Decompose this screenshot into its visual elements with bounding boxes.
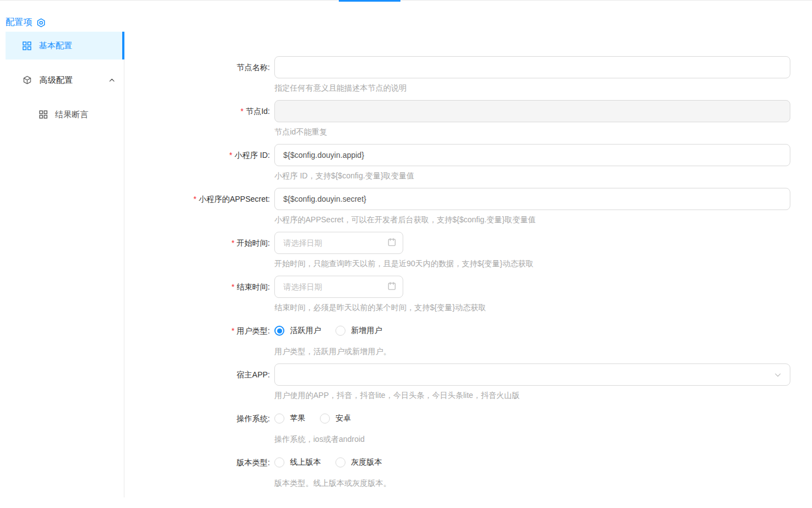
radio-active-user[interactable]: 活跃用户 — [274, 326, 321, 336]
radio-unchecked-icon — [320, 414, 330, 424]
required-asterisk: * — [193, 195, 196, 203]
form-row-version-type: 版本类型: 线上版本 灰度版本 版本类型。线上版本或灰度版本。 — [124, 451, 812, 489]
sidebar-item-result-assert[interactable]: 结果断言 — [6, 101, 124, 128]
radio-online-version[interactable]: 线上版本 — [274, 457, 321, 467]
form-row-end-time: *结束时间: 结束时间，必须是昨天以前的某个时间，支持${变量}动态获取 — [124, 276, 812, 313]
gear-icon — [36, 18, 46, 28]
version-type-radio-group: 线上版本 灰度版本 — [274, 451, 812, 474]
form-row-miniapp-id: *小程序 ID: 小程序 ID，支持${$config.变量}取变量值 — [124, 144, 812, 181]
chevron-down-icon — [774, 371, 782, 381]
field-label: 开始时间: — [237, 238, 270, 247]
form-row-start-time: *开始时间: 开始时间，只能查询昨天以前，且是近90天内的数据，支持${变量}动… — [124, 232, 812, 269]
radio-label: 安卓 — [335, 414, 351, 424]
sidebar-menu: 基本配置 高级配置 结果断言 — [6, 32, 124, 135]
appsecret-input[interactable] — [274, 188, 790, 210]
start-date-picker[interactable] — [274, 232, 403, 254]
basic-config-form: 节点名称: 指定任何有意义且能描述本节点的说明 *节点Id: 节点id不能重复 … — [124, 56, 812, 495]
sidebar-title: 配置项 — [6, 17, 46, 28]
radio-label: 活跃用户 — [290, 326, 321, 336]
form-row-host-app: 宿主APP: 用户使用的APP，抖音，抖音lite，今日头条，今日头条lite，… — [124, 363, 812, 401]
host-app-select[interactable] — [274, 363, 790, 386]
field-hint: 节点id不能重复 — [274, 126, 812, 137]
miniapp-id-input[interactable] — [274, 144, 790, 166]
form-row-node-name: 节点名称: 指定任何有意义且能描述本节点的说明 — [124, 56, 812, 93]
field-label: 操作系统: — [237, 414, 270, 423]
radio-unchecked-icon — [335, 326, 345, 336]
field-hint: 版本类型。线上版本或灰度版本。 — [274, 477, 812, 489]
appstore-icon — [39, 110, 48, 119]
appstore-icon — [22, 41, 32, 51]
field-hint: 指定任何有意义且能描述本节点的说明 — [274, 82, 812, 93]
field-label: 结束时间: — [237, 282, 270, 291]
end-date-picker[interactable] — [274, 276, 403, 298]
radio-unchecked-icon — [335, 457, 345, 467]
radio-label: 灰度版本 — [351, 457, 382, 467]
field-hint: 小程序的APPSecret，可以在开发者后台获取，支持${$config.变量}… — [274, 214, 812, 225]
form-row-node-id: *节点Id: 节点id不能重复 — [124, 100, 812, 137]
required-asterisk: * — [240, 107, 243, 116]
user-type-radio-group: 活跃用户 新增用户 — [274, 320, 812, 342]
field-hint: 结束时间，必须是昨天以前的某个时间，支持${变量}动态获取 — [274, 302, 812, 313]
radio-unchecked-icon — [274, 414, 284, 424]
sidebar-item-label: 基本配置 — [39, 41, 72, 51]
radio-label: 新增用户 — [351, 326, 382, 336]
field-hint: 开始时间，只能查询昨天以前，且是近90天内的数据，支持${变量}动态获取 — [274, 258, 812, 269]
field-hint: 用户使用的APP，抖音，抖音lite，今日头条，今日头条lite，抖音火山版 — [274, 390, 812, 401]
cube-icon — [22, 75, 32, 85]
radio-checked-icon — [274, 326, 284, 336]
radio-gray-version[interactable]: 灰度版本 — [335, 457, 382, 467]
os-radio-group: 苹果 安卓 — [274, 407, 812, 430]
field-hint: 用户类型，活跃用户或新增用户。 — [274, 346, 812, 357]
config-sidebar: 配置项 基本配置 高级配置 — [0, 0, 124, 508]
radio-label: 苹果 — [290, 414, 305, 424]
field-label: 节点名称: — [237, 63, 270, 72]
required-asterisk: * — [232, 282, 234, 291]
sidebar-item-label: 高级配置 — [39, 75, 73, 86]
node-id-input — [274, 100, 790, 122]
field-hint: 小程序 ID，支持${$config.变量}取变量值 — [274, 170, 812, 181]
calendar-icon — [387, 237, 397, 249]
form-row-user-type: *用户类型: 活跃用户 新增用户 用户类型，活跃用户或新增用户。 — [124, 320, 812, 357]
field-label: 宿主APP: — [237, 370, 270, 379]
form-row-os: 操作系统: 苹果 安卓 操作系统，ios或者android — [124, 407, 812, 445]
start-date-input[interactable] — [274, 232, 403, 254]
radio-ios[interactable]: 苹果 — [274, 414, 305, 424]
active-tab-underline — [339, 0, 400, 2]
sidebar-item-advanced-config[interactable]: 高级配置 — [6, 66, 124, 94]
calendar-icon — [387, 281, 397, 293]
sidebar-title-label: 配置项 — [6, 17, 32, 28]
field-label: 小程序的APPSecret: — [199, 195, 270, 203]
field-label: 小程序 ID: — [234, 151, 270, 160]
chevron-up-icon[interactable] — [108, 77, 116, 84]
node-name-input[interactable] — [274, 56, 790, 78]
field-label: 节点Id: — [245, 107, 270, 116]
field-label: 版本类型: — [237, 458, 270, 467]
radio-android[interactable]: 安卓 — [320, 414, 351, 424]
required-asterisk: * — [232, 326, 234, 335]
form-row-appsecret: *小程序的APPSecret: 小程序的APPSecret，可以在开发者后台获取… — [124, 188, 812, 225]
radio-label: 线上版本 — [290, 457, 321, 467]
sidebar-item-label: 结果断言 — [55, 109, 88, 120]
end-date-input[interactable] — [274, 276, 403, 298]
required-asterisk: * — [232, 238, 234, 247]
sidebar-item-basic-config[interactable]: 基本配置 — [6, 32, 124, 59]
radio-new-user[interactable]: 新增用户 — [335, 326, 382, 336]
field-label: 用户类型: — [237, 326, 270, 335]
field-hint: 操作系统，ios或者android — [274, 434, 812, 445]
required-asterisk: * — [229, 151, 232, 160]
radio-unchecked-icon — [274, 457, 284, 467]
